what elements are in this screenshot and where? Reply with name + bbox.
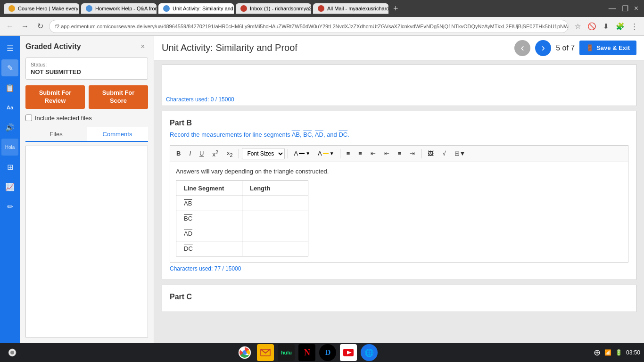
row-ad-length[interactable] bbox=[242, 226, 308, 241]
taskbar-add-icon[interactable]: ⊕ bbox=[594, 347, 601, 358]
tab-label-1: Course Hero | Make every study bbox=[18, 6, 79, 11]
next-page-button[interactable]: › bbox=[535, 40, 551, 56]
sidebar-grid-icon[interactable]: ⊞ bbox=[1, 158, 18, 175]
sidebar-assignment-icon[interactable]: 📋 bbox=[1, 79, 18, 96]
highlight-dropdown[interactable]: ▼ bbox=[330, 151, 334, 156]
comments-area[interactable] bbox=[25, 146, 148, 337]
panel-close-button[interactable]: × bbox=[138, 41, 148, 52]
italic-button[interactable]: I bbox=[186, 148, 194, 159]
align-right-button[interactable]: ⇥ bbox=[406, 148, 418, 159]
app-body: ☰ ✎ 📋 Aa 🔊 Hola ⊞ 📈 ✏ Graded Activity × … bbox=[0, 36, 644, 343]
text-color-dropdown[interactable]: ▼ bbox=[305, 151, 310, 156]
highlight-color-button[interactable]: A ▼ bbox=[315, 148, 337, 159]
text-color-a: A bbox=[294, 150, 298, 157]
outdent-button[interactable]: ⇤ bbox=[367, 148, 379, 159]
toolbar-divider-2 bbox=[288, 149, 288, 158]
tab-inbox[interactable]: Inbox (1) - richardsonmya23@... × bbox=[236, 3, 311, 14]
taskbar-browser-icon[interactable]: 🌐 bbox=[361, 344, 378, 361]
comma-3: , and bbox=[323, 131, 339, 138]
sidebar-pencil-icon[interactable]: ✏ bbox=[1, 198, 18, 215]
table-row: BC bbox=[176, 211, 308, 226]
sidebar-font-icon[interactable]: Aa bbox=[1, 99, 18, 116]
taskbar-right: ⊕ 📶 🔋 03:50 bbox=[594, 347, 640, 358]
font-sizes-select[interactable]: Font Sizes bbox=[242, 148, 285, 159]
tab-unit-activity[interactable]: Unit Activity: Similarity and Pro... × bbox=[158, 3, 234, 14]
bold-button[interactable]: B bbox=[173, 148, 184, 159]
panel-header: Graded Activity × bbox=[25, 41, 148, 52]
part-a-textarea[interactable] bbox=[162, 65, 636, 93]
save-exit-button[interactable]: 🚪 Save & Exit bbox=[579, 41, 636, 55]
tab-favicon-3 bbox=[163, 5, 170, 12]
part-b-char-count: Characters used: 77 / 15000 bbox=[170, 263, 628, 272]
taskbar-hulu-icon[interactable]: hulu bbox=[278, 344, 295, 361]
part-b-description: Record the measurements for line segment… bbox=[170, 130, 628, 140]
submit-for-score-button[interactable]: Submit ForScore bbox=[89, 85, 148, 109]
sidebar-audio-icon[interactable]: 🔊 bbox=[1, 119, 18, 136]
save-exit-icon: 🚪 bbox=[586, 44, 594, 51]
sidebar-chart-icon[interactable]: 📈 bbox=[1, 178, 18, 195]
taskbar-disney-icon[interactable]: D bbox=[319, 344, 336, 361]
segment-table: Line Segment Length AB BC bbox=[176, 181, 308, 256]
part-b-desc-text: Record the measurements for line segment… bbox=[170, 131, 292, 138]
table-row: AD bbox=[176, 226, 308, 241]
highlight-indicator bbox=[323, 153, 329, 154]
taskbar-wifi-icon: 📶 bbox=[604, 349, 611, 356]
new-tab-button[interactable]: + bbox=[390, 4, 401, 14]
insert-formula-button[interactable]: √ bbox=[439, 148, 449, 159]
bookmark-icon[interactable]: ☆ bbox=[571, 20, 584, 33]
editor-toolbar: B I U x2 x2 Font Sizes A ▼ bbox=[170, 145, 628, 162]
editor-content[interactable]: Answers will vary depending on the trian… bbox=[170, 162, 628, 263]
files-tab[interactable]: Files bbox=[25, 127, 87, 141]
taskbar-record-button[interactable] bbox=[4, 344, 21, 361]
taskbar-time: 03:50 bbox=[626, 349, 640, 356]
taskbar-youtube-icon[interactable] bbox=[340, 344, 357, 361]
insert-image-button[interactable]: 🖼 bbox=[424, 148, 437, 159]
tab-all-mail[interactable]: All Mail - myaalexusrichardson... × bbox=[313, 3, 388, 14]
align-left-button[interactable]: ⇤ bbox=[381, 148, 393, 159]
sidebar-edit-icon[interactable]: ✎ bbox=[1, 59, 18, 76]
minimize-button[interactable]: — bbox=[607, 4, 618, 13]
address-text: f2.app.edmentum.com/courseware-delivery/… bbox=[55, 24, 569, 29]
taskbar-chrome-icon[interactable] bbox=[236, 344, 253, 361]
download-icon[interactable]: ⬇ bbox=[600, 20, 612, 33]
subscript-button[interactable]: x2 bbox=[223, 148, 236, 160]
forward-button[interactable]: → bbox=[19, 20, 31, 33]
row-dc-length[interactable] bbox=[242, 241, 308, 256]
underline-button[interactable]: U bbox=[196, 148, 207, 159]
extensions-icon[interactable]: 🧩 bbox=[614, 20, 626, 33]
ordered-list-button[interactable]: ≡ bbox=[355, 148, 365, 159]
close-window-button[interactable]: × bbox=[632, 4, 640, 13]
menu-dots-icon[interactable]: ⋮ bbox=[628, 20, 640, 33]
row-bc-length[interactable] bbox=[242, 211, 308, 226]
include-files-checkbox[interactable] bbox=[25, 115, 32, 121]
comments-tab[interactable]: Comments bbox=[87, 127, 148, 142]
taskbar-gmail-icon[interactable] bbox=[257, 344, 274, 361]
refresh-button[interactable]: ↻ bbox=[34, 20, 46, 33]
prev-page-button[interactable]: ‹ bbox=[514, 40, 530, 56]
text-color-button[interactable]: A ▼ bbox=[291, 148, 313, 159]
taskbar-netflix-icon[interactable]: N bbox=[298, 344, 315, 361]
tab-label-4: Inbox (1) - richardsonmya23@... bbox=[250, 6, 311, 11]
row-ab-length[interactable] bbox=[242, 196, 308, 211]
insert-table-button[interactable]: ⊞▼ bbox=[451, 148, 469, 159]
unordered-list-button[interactable]: ≡ bbox=[343, 148, 354, 159]
tab-course-hero[interactable]: Course Hero | Make every study × bbox=[4, 3, 79, 14]
restore-button[interactable]: ❐ bbox=[620, 4, 630, 13]
back-button[interactable]: ← bbox=[4, 20, 16, 33]
part-b-title: Part B bbox=[170, 119, 628, 127]
toolbar-divider-3 bbox=[340, 149, 340, 158]
submit-for-review-button[interactable]: Submit ForReview bbox=[25, 85, 85, 109]
col-header-segment: Line Segment bbox=[176, 181, 242, 196]
address-input[interactable]: f2.app.edmentum.com/courseware-delivery/… bbox=[49, 20, 569, 33]
sidebar-language-icon[interactable]: Hola bbox=[1, 139, 18, 156]
address-bar-row: ← → ↻ f2.app.edmentum.com/courseware-del… bbox=[0, 17, 644, 36]
segment-dc-label: DC bbox=[339, 131, 347, 138]
align-center-button[interactable]: ≡ bbox=[395, 148, 405, 159]
block-icon[interactable]: 🚫 bbox=[586, 20, 598, 33]
content-area: Characters used: 0 / 15000 Part B Record… bbox=[154, 60, 644, 343]
tab-homework[interactable]: Homework Help - Q&A from On... × bbox=[81, 3, 157, 14]
sidebar-menu-icon[interactable]: ☰ bbox=[1, 40, 18, 57]
graded-activity-panel: Graded Activity × Status: NOT SUBMITTED … bbox=[20, 36, 154, 343]
row-ab-segment: AB bbox=[176, 196, 242, 211]
superscript-button[interactable]: x2 bbox=[209, 148, 222, 160]
